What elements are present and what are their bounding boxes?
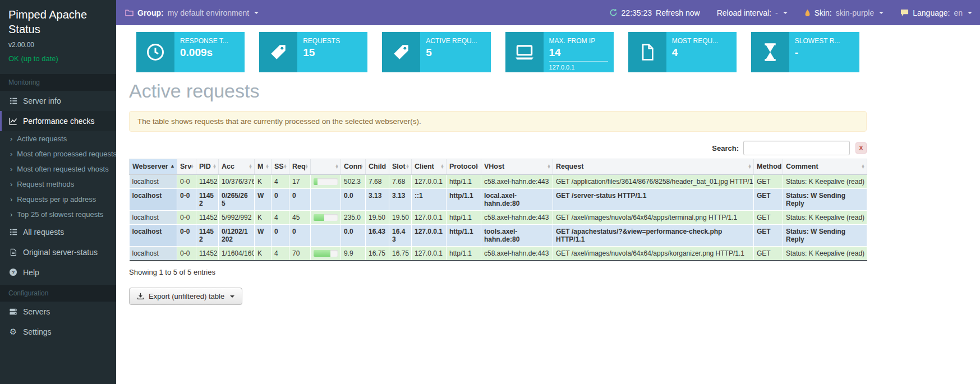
sidebar-item-label: Help [23,268,39,277]
column-header-method[interactable]: Method▲▼ [754,159,783,175]
sidebar-subitem-request-methods[interactable]: ›Request methods [0,177,116,192]
column-header-webserver[interactable]: Webserver▲ [130,159,177,175]
sidebar-menu: MonitoringServer infoPerformance checks›… [0,74,116,342]
language-dropdown[interactable]: Language: en [900,8,972,17]
tile-value: 0.009s [180,47,239,59]
sort-icon: ▲▼ [283,164,287,169]
language-label: Language: [913,8,950,17]
cell-slot: 3.13 [389,189,412,211]
sidebar-subitem-active-requests[interactable]: ›Active requests [0,131,116,146]
search-row: Search: X [129,141,867,155]
column-header-vhost[interactable]: VHost▲▼ [481,159,553,175]
cell-request: GET /axel/images/nuvola/64x64/apps/korga… [553,247,754,261]
reload-interval-dropdown[interactable]: Reload interval: - [717,8,788,17]
column-header-progress[interactable]: ▲▼ [311,159,341,175]
sidebar-item-label: Performance checks [23,117,95,126]
column-header-m[interactable]: M▲▼ [255,159,272,175]
search-input[interactable] [743,141,850,155]
cell-method: GET [754,174,783,189]
tile-value: 15 [303,47,362,59]
app-title: Pimped Apache Status [8,7,108,37]
caret-down-icon [968,12,972,14]
refresh-now-button[interactable]: 22:35:23 Refresh now [609,8,700,17]
req-progress-bar [314,214,338,221]
chevron-right-icon: › [10,211,12,218]
cell-acc: 10/376/376 [219,174,255,189]
column-header-request[interactable]: Request▲▼ [553,159,754,175]
sidebar-item-help[interactable]: ?Help [0,262,116,283]
tile-body: MOST REQU...4 [666,32,737,72]
sidebar-item-original-server-status[interactable]: Original server-status [0,242,116,262]
cell-comment: Status: K Keepalive (read) [783,174,867,189]
cell-ss: 4 [272,174,289,189]
group-value: my default environment [168,8,250,17]
caret-down-icon [783,12,788,14]
cell-client: 127.0.0.1 [412,174,447,189]
sidebar-item-servers[interactable]: Servers [0,302,116,322]
sort-icon: ▲▼ [475,164,479,169]
export-button[interactable]: Export (unfiltered) table [129,288,242,305]
column-header-client[interactable]: Client▲▼ [412,159,447,175]
sidebar-subitem-label: Most often processed requests [17,150,116,158]
sidebar-subitem-most-often-requested-vhosts[interactable]: ›Most often requested vhosts [0,161,116,177]
cell-m: K [255,247,272,261]
column-header-ss[interactable]: SS▲▼ [272,159,289,175]
column-header-label: Req [292,163,306,170]
sidebar-item-label: Servers [23,307,50,316]
sidebar-subitem-requests-per-ip-address[interactable]: ›Requests per ip address [0,192,116,207]
metric-tile-requests: REQUESTS15 [259,32,367,72]
cell-method: GET [754,247,783,261]
tile-label: ACTIVE REQU... [426,37,485,45]
sidebar-subitem-top-25-of-slowest-requests[interactable]: ›Top 25 of slowest requests [0,207,116,222]
refresh-icon [609,8,618,17]
metric-tile-active-requ: ACTIVE REQU...5 [382,32,490,72]
cell-req: 0 [289,189,311,211]
sidebar-item-performance-checks[interactable]: Performance checks [0,111,116,131]
tile-body: ACTIVE REQU...5 [420,32,490,72]
cell-request: GET /application/files/3614/8676/8258/he… [553,174,754,189]
gear-icon: ⚙ [8,327,18,336]
cell-method: GET [754,211,783,225]
caret-down-icon [230,295,234,298]
cell-client: 127.0.0.1 [412,211,447,225]
caret-down-icon [879,12,884,14]
sidebar-subitem-label: Top 25 of slowest requests [17,210,103,219]
sidebar-item-label: Original server-status [23,248,98,257]
column-header-acc[interactable]: Acc▲▼ [219,159,255,175]
column-header-pid[interactable]: PID▲▼ [196,159,219,175]
update-status: OK (up to date) [8,54,108,63]
sidebar-subitem-most-often-processed-requests[interactable]: ›Most often processed requests [0,146,116,161]
droplet-icon [804,9,811,17]
column-header-conn[interactable]: Conn▲▼ [341,159,366,175]
column-header-child[interactable]: Child▲▼ [366,159,389,175]
table-row: localhost0-01145210/376/376K417502.37.68… [130,174,867,189]
sort-icon: ▲ [170,165,175,168]
sidebar-item-server-info[interactable]: Server info [0,91,116,111]
chart-icon [8,117,18,125]
table-row: localhost0-0114520/1202/1202W000.016.431… [130,225,867,247]
sidebar-item-all-requests[interactable]: All requests [0,222,116,242]
group-dropdown[interactable]: Group: my default environment [116,0,268,25]
cell-vhost: c58.axel-hahn.de:443 [481,211,553,225]
skin-dropdown[interactable]: Skin: skin-purple [804,8,884,17]
column-header-slot[interactable]: Slot▲▼ [389,159,412,175]
column-header-comment[interactable]: Comment▲▼ [783,159,867,175]
skin-label: Skin: [815,8,832,17]
column-header-label: Webserver [132,163,168,170]
cell-request: GET /apachestatus/?&view=performance-che… [553,225,754,247]
table-row: localhost0-0114525/992/992K445235.019.50… [130,211,867,225]
cell-m: W [255,225,272,247]
sidebar-item-settings[interactable]: ⚙Settings [0,322,116,342]
sidebar: Pimped Apache Status v2.00.00 OK (up to … [0,0,116,384]
menu-section-label: Monitoring [0,74,116,91]
column-header-protocol[interactable]: Protocol▲▼ [447,159,481,175]
tile-label: REQUESTS [303,37,362,45]
cell-child: 7.68 [366,174,389,189]
cell-progress [311,247,341,261]
clear-search-button[interactable]: X [855,142,867,154]
topbar-menu: 22:35:23 Refresh now Reload interval: - … [609,8,980,17]
column-header-srv[interactable]: Srv▲▼ [177,159,196,175]
column-header-req[interactable]: Req▲▼ [289,159,311,175]
topbar: Group: my default environment 22:35:23 R… [116,0,980,25]
cell-webserver: localhost [130,189,177,211]
